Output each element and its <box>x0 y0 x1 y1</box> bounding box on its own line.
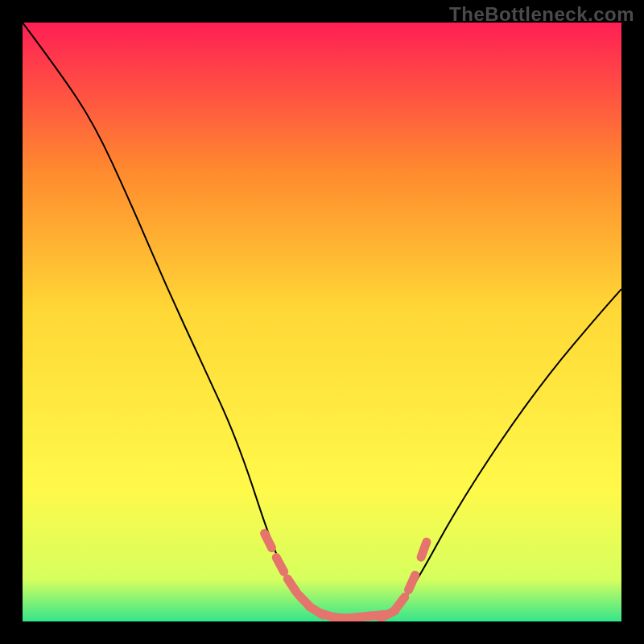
highlight-marker <box>421 542 427 557</box>
chart-svg <box>23 23 621 621</box>
plot-area <box>23 23 621 621</box>
gradient-background <box>23 23 621 621</box>
highlight-marker <box>409 576 415 590</box>
chart-frame: TheBottleneck.com <box>0 0 644 644</box>
watermark-label: TheBottleneck.com <box>449 3 634 26</box>
